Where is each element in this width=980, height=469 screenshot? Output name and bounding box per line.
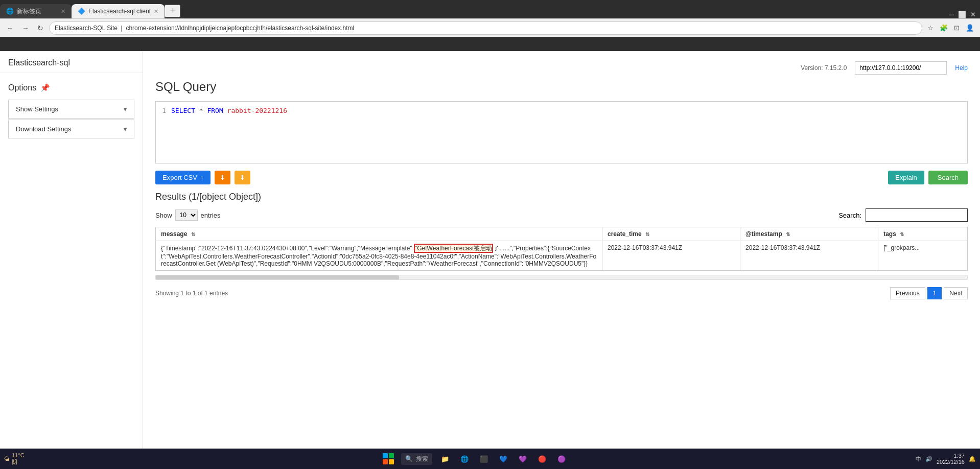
main-content: Version: 7.15.2.0 Help SQL Query 1 SELEC… [143,51,980,449]
export-csv-button[interactable]: Export CSV ↑ [155,171,211,184]
notification-icon[interactable]: 🔔 [969,456,976,462]
weather-icon: 🌤 [4,456,10,462]
search-button[interactable]: Search [928,171,968,184]
version-label: Version: 7.15.2.0 [801,64,847,72]
table-header: message ⇅ create_time ⇅ @timestamp ⇅ t [156,227,968,241]
app-icon: 🟣 [557,455,566,463]
tab-1[interactable]: 🌐 新标签页 ✕ [0,4,72,18]
horizontal-scrollbar[interactable] [155,275,968,280]
download-button-2[interactable]: ⬇ [235,171,250,184]
show-settings-chevron: ▾ [124,106,127,113]
export-label: Export CSV [162,174,197,181]
download-icon-1: ⬇ [220,174,225,181]
temperature: 11°C [12,452,25,458]
new-tab-button[interactable]: + [165,5,180,17]
col-timestamp-sort: ⇅ [786,231,790,237]
url-input[interactable] [855,61,947,75]
taskbar-icon-vscode[interactable]: 💙 [497,452,510,465]
col-timestamp[interactable]: @timestamp ⇅ [740,227,878,241]
search-taskbar-icon: 🔍 [405,455,413,462]
data-table: message ⇅ create_time ⇅ @timestamp ⇅ t [155,227,968,271]
tab-bar: 🌐 新标签页 ✕ 🔷 Elasticsearch-sql client ✕ + … [0,0,980,18]
col-message[interactable]: message ⇅ [156,227,602,241]
sound-icon: 🔊 [925,456,932,462]
sidebar: Elasticsearch-sql Options 📌 Show Setting… [0,51,143,449]
download-settings-header[interactable]: Download Settings ▾ [9,120,134,138]
download-button-1[interactable]: ⬇ [215,171,230,184]
pin-icon[interactable]: 📌 [40,83,50,92]
vs-icon: 💜 [519,455,527,463]
col-create-time-label: create_time [608,230,642,238]
search-taskbar-text: 搜索 [416,455,428,463]
extension-button[interactable]: 🧩 [938,23,950,33]
forward-button[interactable]: → [19,23,32,33]
query-star: * [199,107,207,114]
split-button[interactable]: ⊡ [952,23,962,33]
table-footer: Showing 1 to 1 of 1 entries Previous 1 N… [155,284,968,302]
reload-button[interactable]: ↻ [35,23,46,33]
options-title: Options [8,83,36,92]
download-icon-2: ⬇ [240,174,245,181]
lang-indicator: 中 [916,455,921,463]
bookmark-button[interactable]: ☆ [925,23,936,33]
message-prefix: {"Timestamp":"2022-12-16T11:37:43.022443… [161,245,414,252]
edge-icon: 🌐 [460,455,469,463]
download-settings-chevron: ▾ [124,126,127,133]
back-button[interactable]: ← [4,23,16,33]
search-input[interactable] [866,208,968,222]
taskbar-icon-chrome[interactable]: 🔴 [535,452,549,465]
table-name: rabbit-20221216 [227,107,287,114]
col-message-sort: ⇅ [191,231,195,237]
taskbar-icon-app[interactable]: 🟣 [555,452,568,465]
profile-button[interactable]: 👤 [964,23,976,33]
address-bar[interactable] [49,21,922,35]
show-entries: Show 10 25 50 entries [155,209,221,221]
col-tags-sort: ⇅ [900,231,904,237]
tab-1-close[interactable]: ✕ [61,8,65,15]
nav-bar: ← → ↻ ☆ 🧩 ⊡ 👤 [0,18,980,37]
previous-button[interactable]: Previous [890,287,925,299]
col-create-time-sort: ⇅ [645,231,649,237]
show-settings-header[interactable]: Show Settings ▾ [9,100,134,118]
taskbar-icon-file-explorer[interactable]: 📁 [438,452,452,465]
vscode-icon: 💙 [499,455,507,463]
col-message-label: message [161,230,187,238]
col-create-time[interactable]: create_time ⇅ [602,227,740,241]
line-number: 1 [156,106,171,114]
table-controls: Show 10 25 50 entries Search: [155,208,968,222]
help-link[interactable]: Help [955,64,968,72]
taskbar-search[interactable]: 🔍 搜索 [401,453,432,465]
nav-icons: ☆ 🧩 ⊡ 👤 [925,23,976,33]
explain-button[interactable]: Explain [888,171,924,184]
tab-2[interactable]: 🔷 Elasticsearch-sql client ✕ [72,4,165,18]
taskbar-icon-vs[interactable]: 💜 [516,452,529,465]
search-label: Search: [838,212,861,219]
minimize-button[interactable]: ─ [949,11,954,18]
show-label: Show [155,212,172,219]
next-button[interactable]: Next [944,287,968,299]
chrome-icon: 🔴 [538,455,546,463]
browser-chrome: 🌐 新标签页 ✕ 🔷 Elasticsearch-sql client ✕ + … [0,0,980,51]
file-explorer-icon: 📁 [441,455,449,463]
col-tags[interactable]: tags ⇅ [878,227,968,241]
show-settings-label: Show Settings [16,105,58,113]
taskbar: 🌤 11°C 阴 🔍 搜索 📁 🌐 ⬛ [0,449,980,469]
close-button[interactable]: ✕ [970,11,976,18]
taskbar-clock: 1:37 2022/12/16 [937,453,965,465]
terminal-icon: ⬛ [480,455,488,463]
tab-2-close[interactable]: ✕ [154,8,158,15]
results-title: Results (1/[object Object]) [155,192,968,202]
maximize-button[interactable]: ⬜ [958,11,966,18]
query-editor[interactable]: 1 SELECT * FROM rabbit-20221216 [155,101,968,163]
table-row: {"Timestamp":"2022-12-16T11:37:43.022443… [156,241,968,271]
entries-select[interactable]: 10 25 50 [175,209,198,221]
page-1-button[interactable]: 1 [927,287,942,299]
cell-tags: ["_grokpars... [878,241,968,271]
taskbar-icon-terminal[interactable]: ⬛ [477,452,491,465]
col-timestamp-label: @timestamp [745,230,782,238]
taskbar-icon-edge[interactable]: 🌐 [458,452,471,465]
cell-timestamp: 2022-12-16T03:37:43.941Z [740,241,878,271]
taskbar-right: 中 🔊 1:37 2022/12/16 🔔 [916,453,976,465]
taskbar-center: 🔍 搜索 📁 🌐 ⬛ 💙 💜 🔴 🟣 [39,452,912,465]
windows-start-button[interactable] [382,452,395,465]
